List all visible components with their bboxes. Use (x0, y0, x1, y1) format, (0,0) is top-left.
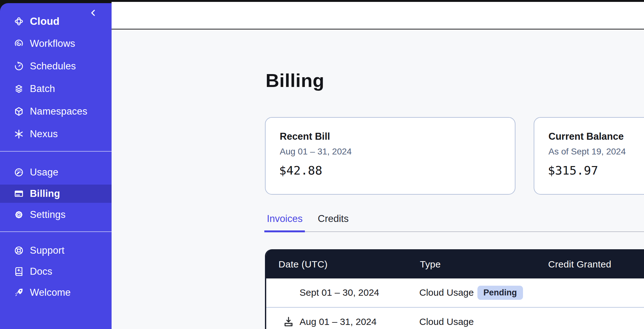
sidebar-item-label: Docs (30, 266, 52, 277)
settings-icon (14, 210, 24, 220)
main-content: Billing Recent Bill Aug 01 – 31, 2024 $4… (112, 30, 644, 329)
brand-label: Cloud (30, 15, 59, 27)
table-row: Sept 01 – 30, 2024 Cloud Usage Pending (266, 278, 644, 307)
tab-divider (264, 231, 644, 232)
sidebar-item-batch[interactable]: Batch (0, 80, 112, 98)
invoices-table: Date (UTC) Type Credit Granted Sept 01 –… (265, 249, 644, 329)
column-header-credit-granted: Credit Granted (548, 259, 611, 270)
card-title: Current Balance (548, 131, 624, 142)
billing-page: Cloud Workflows (0, 0, 644, 329)
chevron-left-icon (89, 8, 98, 18)
sidebar-item-label: Schedules (30, 61, 76, 72)
schedules-icon (14, 61, 24, 71)
column-header-date: Date (UTC) (278, 259, 328, 270)
sidebar-item-docs[interactable]: Docs (0, 262, 112, 281)
sidebar: Cloud Workflows (0, 3, 112, 329)
topbar (112, 2, 644, 29)
recent-bill-card: Recent Bill Aug 01 – 31, 2024 $42.88 (265, 117, 515, 195)
table-header: Date (UTC) Type Credit Granted (266, 249, 644, 278)
namespaces-icon (14, 106, 24, 116)
support-icon (14, 245, 24, 256)
sidebar-item-namespaces[interactable]: Namespaces (0, 102, 112, 121)
sidebar-item-label: Usage (30, 167, 58, 178)
sidebar-item-label: Billing (30, 188, 60, 199)
sidebar-item-label: Support (30, 245, 64, 256)
table-row: Aug 01 – 31, 2024 Cloud Usage (266, 307, 644, 329)
sidebar-item-settings[interactable]: Settings (0, 206, 112, 224)
nexus-icon (14, 129, 24, 139)
sidebar-item-label: Welcome (30, 287, 71, 298)
card-date-range: Aug 01 – 31, 2024 (280, 147, 352, 157)
invoice-type: Cloud Usage (419, 316, 474, 327)
page-title: Billing (266, 70, 324, 91)
column-header-type: Type (420, 259, 441, 270)
active-tab-indicator (264, 230, 305, 232)
sidebar-item-nexus[interactable]: Nexus (0, 125, 112, 143)
sidebar-item-label: Batch (30, 83, 55, 94)
workflows-icon (14, 39, 24, 49)
status-badge: Pending (477, 286, 523, 300)
invoice-date: Sept 01 – 30, 2024 (300, 287, 379, 298)
card-amount: $315.97 (548, 164, 598, 177)
sidebar-item-support[interactable]: Support (0, 241, 112, 260)
card-title: Recent Bill (280, 131, 330, 142)
tab-invoices[interactable]: Invoices (267, 213, 303, 224)
download-invoice-button[interactable] (283, 316, 294, 327)
billing-icon (14, 189, 24, 199)
sidebar-divider (0, 151, 112, 152)
usage-icon (14, 167, 24, 177)
sidebar-collapse-button[interactable] (88, 8, 99, 18)
sidebar-item-label: Nexus (30, 128, 58, 140)
welcome-icon (14, 288, 24, 298)
batch-icon (14, 84, 24, 94)
tab-credits[interactable]: Credits (318, 213, 349, 224)
sidebar-item-welcome[interactable]: Welcome (0, 283, 112, 302)
sidebar-item-usage[interactable]: Usage (0, 163, 112, 181)
current-balance-card: Current Balance As of Sept 19, 2024 $315… (534, 117, 644, 195)
card-amount: $42.88 (279, 164, 322, 177)
sidebar-item-schedules[interactable]: Schedules (0, 57, 112, 75)
temporal-logo-icon (14, 16, 24, 26)
download-icon (283, 316, 294, 327)
sidebar-divider (0, 231, 112, 232)
invoice-date: Aug 01 – 31, 2024 (300, 316, 377, 327)
invoice-type: Cloud Usage (419, 287, 474, 298)
docs-icon (14, 267, 24, 277)
sidebar-item-workflows[interactable]: Workflows (0, 35, 112, 53)
sidebar-item-label: Namespaces (30, 106, 87, 117)
sidebar-item-billing[interactable]: Billing (0, 185, 112, 203)
sidebar-item-label: Workflows (30, 38, 75, 49)
sidebar-item-label: Settings (30, 209, 66, 220)
card-date: As of Sept 19, 2024 (548, 147, 626, 157)
